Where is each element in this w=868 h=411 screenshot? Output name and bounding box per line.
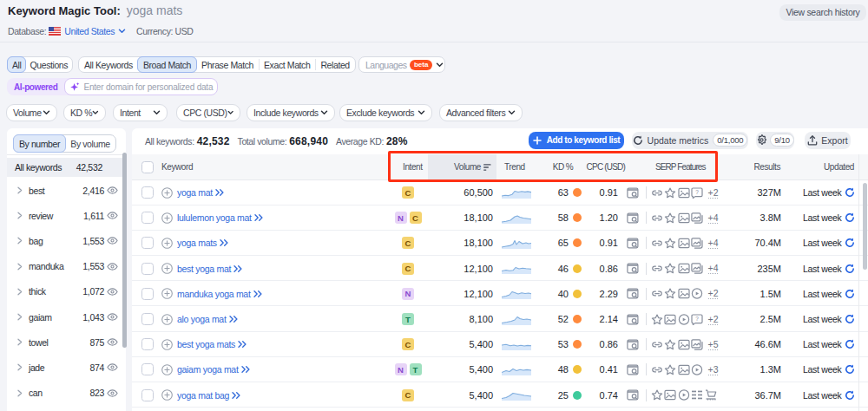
svg-text:?: ? — [695, 189, 699, 195]
svg-text:?: ? — [695, 316, 699, 322]
